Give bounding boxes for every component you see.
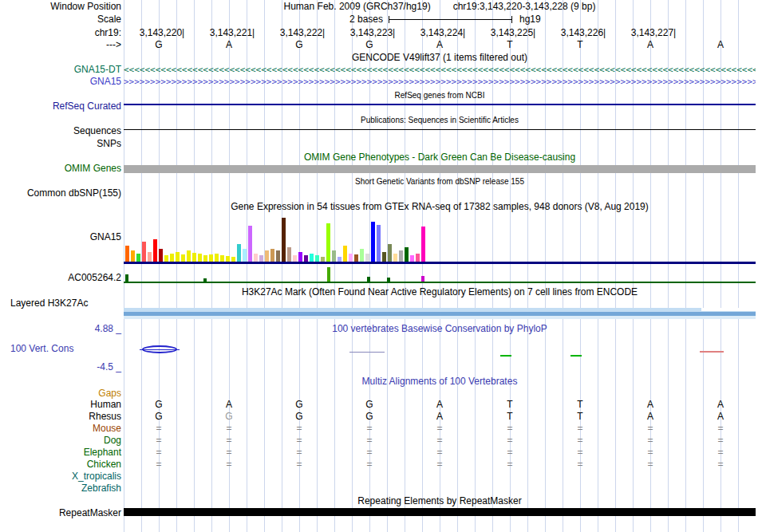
gtex-expression-bar[interactable] xyxy=(399,250,403,262)
gtex-expression-bar[interactable] xyxy=(192,253,196,262)
common-dbsnp-track-label[interactable]: Common dbSNP(155) xyxy=(0,188,121,199)
align-species-label[interactable]: Mouse xyxy=(0,424,121,434)
align-base: = xyxy=(290,435,309,446)
gtex-expression-bar[interactable] xyxy=(164,255,168,262)
gtex-expression-bar[interactable] xyxy=(136,254,140,262)
gtex-expression-bar[interactable] xyxy=(287,247,291,262)
ruler-base-letter: A xyxy=(711,40,730,50)
align-species-label[interactable]: Human xyxy=(0,400,121,410)
gtex-expression-bar[interactable] xyxy=(343,246,347,262)
gtex-expression-bar[interactable] xyxy=(410,255,414,262)
refseq-curated-track-label[interactable]: RefSeq Curated xyxy=(0,101,121,112)
ac005264-gene-label[interactable]: AC005264.2 xyxy=(0,273,121,283)
repeatmasker-track-bar[interactable] xyxy=(124,508,756,516)
refseq-curated-track-line[interactable] xyxy=(124,104,756,105)
gtex-expression-bar[interactable] xyxy=(254,254,258,262)
ac005264-expression-bar[interactable] xyxy=(327,267,330,282)
gtex-expression-bar[interactable] xyxy=(237,244,241,262)
align-base: A xyxy=(711,412,730,422)
gtex-expression-bar[interactable] xyxy=(354,254,358,262)
gtex-expression-bar[interactable] xyxy=(181,254,185,262)
ac005264-expression-bar[interactable] xyxy=(125,274,128,282)
gtex-expression-bar[interactable] xyxy=(220,255,224,262)
gtex-expression-bar[interactable] xyxy=(360,249,364,262)
gtex-expression-bar[interactable] xyxy=(170,254,174,262)
gtex-expression-bar[interactable] xyxy=(259,255,263,262)
gtex-expression-bar[interactable] xyxy=(198,254,202,262)
align-species-label[interactable]: Elephant xyxy=(0,447,121,458)
ac005264-expression-bar[interactable] xyxy=(203,278,207,282)
gtex-expression-bar[interactable] xyxy=(349,254,353,262)
ruler-position-number: 3,143,222| xyxy=(266,28,338,38)
gtex-expression-bar[interactable] xyxy=(388,244,392,262)
gtex-expression-bar[interactable] xyxy=(209,254,213,262)
gtex-expression-bar[interactable] xyxy=(321,257,325,262)
align-species-label[interactable]: Zebrafish xyxy=(0,483,121,494)
gtex-expression-bar[interactable] xyxy=(326,223,330,262)
gtex-expression-bar[interactable] xyxy=(332,250,336,262)
gtex-expression-bar[interactable] xyxy=(226,256,230,262)
gtex-expression-bar[interactable] xyxy=(416,254,420,262)
gtex-expression-bar[interactable] xyxy=(231,257,235,262)
align-species-label[interactable]: Rhesus xyxy=(0,412,121,422)
gtex-expression-bar[interactable] xyxy=(310,254,314,262)
layered-h3k27ac-track-label[interactable]: Layered H3K27Ac xyxy=(0,298,121,309)
layered-h3k27ac-band[interactable] xyxy=(124,308,756,319)
h3k27ac-layer xyxy=(701,308,756,311)
sequences-track-line[interactable] xyxy=(124,129,756,130)
align-base: A xyxy=(430,412,449,422)
repeatmasker-track-label[interactable]: RepeatMasker xyxy=(0,508,121,518)
ac005264-track-baseline[interactable] xyxy=(124,282,756,283)
gtex-expression-bar[interactable] xyxy=(304,255,308,262)
gna15-dt-track-label[interactable]: GNA15-DT xyxy=(0,65,121,75)
gtex-expression-bar[interactable] xyxy=(187,250,191,262)
gtex-expression-bar[interactable] xyxy=(270,249,274,262)
gtex-expression-bar[interactable] xyxy=(377,225,381,262)
align-base: = xyxy=(641,459,660,470)
gna15-dt-gene-arrows[interactable]: <<<<<<<<<<<<<<<<<<<<<<<<<<<<<<<<<<<<<<<<… xyxy=(124,65,756,75)
gtex-expression-bar[interactable] xyxy=(203,255,207,262)
gtex-expression-bar[interactable] xyxy=(405,247,409,262)
gtex-expression-bar[interactable] xyxy=(248,226,252,262)
gtex-expression-bar[interactable] xyxy=(153,239,157,262)
gtex-expression-bar[interactable] xyxy=(243,249,247,262)
gtex-expression-bar[interactable] xyxy=(298,252,302,262)
gtex-expression-bar[interactable] xyxy=(125,246,129,262)
gtex-expression-bar[interactable] xyxy=(421,227,425,262)
gaps-row-label[interactable]: Gaps xyxy=(0,388,121,399)
gtex-expression-bar[interactable] xyxy=(176,252,180,262)
omim-genes-track-bar[interactable] xyxy=(124,165,756,173)
gtex-gene-label[interactable]: GNA15 xyxy=(0,232,121,242)
gtex-expression-bar[interactable] xyxy=(282,218,286,262)
align-species-label[interactable]: Chicken xyxy=(0,459,121,470)
gtex-expression-bar[interactable] xyxy=(265,250,269,262)
gtex-expression-bar[interactable] xyxy=(293,255,297,262)
gtex-expression-bar[interactable] xyxy=(159,249,163,262)
ac005264-expression-bar[interactable] xyxy=(387,278,390,282)
ac005264-expression-bar[interactable] xyxy=(421,276,424,282)
gtex-expression-bar[interactable] xyxy=(382,252,386,262)
conservation-track-label[interactable]: 100 Vert. Cons xyxy=(0,344,121,354)
sequences-track-label[interactable]: Sequences xyxy=(0,126,121,136)
gtex-expression-bar[interactable] xyxy=(371,222,375,262)
ruler-position-number: 3,143,226| xyxy=(547,28,619,38)
gtex-expression-bar[interactable] xyxy=(131,250,135,262)
gtex-expression-bar[interactable] xyxy=(365,254,369,262)
gtex-expression-bar[interactable] xyxy=(142,242,146,262)
phylop-mark xyxy=(349,352,385,353)
gtex-expression-bar[interactable] xyxy=(148,252,152,262)
gtex-expression-bar[interactable] xyxy=(338,257,341,262)
gna15-track-label[interactable]: GNA15 xyxy=(0,77,121,87)
gtex-expression-bar[interactable] xyxy=(276,250,280,262)
gtex-expression-bar[interactable] xyxy=(315,255,319,262)
gtex-track-baseline[interactable] xyxy=(124,262,756,264)
gna15-gene-arrows[interactable]: >>>>>>>>>>>>>>>>>>>>>>>>>>>>>>>>>>>>>>>>… xyxy=(124,77,756,87)
gtex-expression-bar[interactable] xyxy=(215,254,219,262)
snps-track-label[interactable]: SNPs xyxy=(0,139,121,149)
ac005264-expression-bar[interactable] xyxy=(367,277,370,282)
gtex-expression-bar[interactable] xyxy=(393,254,397,262)
align-species-label[interactable]: Dog xyxy=(0,435,121,446)
align-species-label[interactable]: X_tropicalis xyxy=(0,471,121,482)
align-base: G xyxy=(290,412,309,422)
omim-genes-track-label[interactable]: OMIM Genes xyxy=(0,164,121,174)
